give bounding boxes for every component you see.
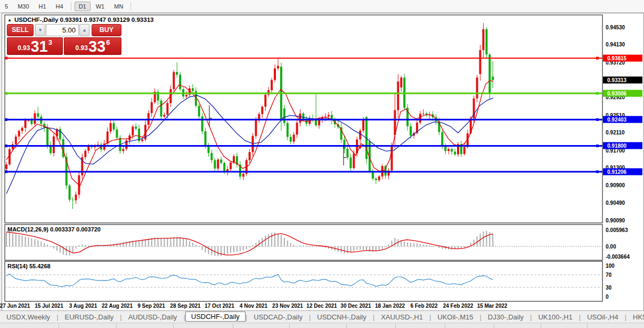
chart-tab-bar: USDX,Weekly|EURUSD-,Daily|AUDUSD-,Daily|… xyxy=(0,310,644,323)
price-badge-0.91800: 0.91800 xyxy=(603,142,642,149)
volume-input[interactable]: 5.00 xyxy=(46,24,79,36)
chart-tab-eurusd-daily[interactable]: EURUSD-,Daily xyxy=(59,313,120,322)
hline-handle[interactable] xyxy=(5,92,7,95)
date-label: 18 Jan 2022 xyxy=(375,303,405,309)
price-tick-0.90090: 0.90090 xyxy=(606,218,625,223)
rsi-tick-70: 70 xyxy=(606,272,612,278)
symbol-period-label: USDCHF-,Daily xyxy=(14,17,58,23)
statusbar-divider xyxy=(173,324,174,328)
hline-handle[interactable] xyxy=(5,118,7,121)
price-tick-0.90490: 0.90490 xyxy=(606,200,625,206)
date-label: 24 Feb 2022 xyxy=(443,303,474,309)
collapse-triangle-icon[interactable]: ▲ xyxy=(7,18,12,22)
price-badge-0.93313: 0.93313 xyxy=(603,76,642,83)
hline-handle[interactable] xyxy=(596,145,599,147)
statusbar-divider xyxy=(541,324,541,328)
buy-button[interactable]: BUY xyxy=(92,24,121,36)
chart-title: ▲USDCHF-,Daily 0.93391 0.93747 0.93129 0… xyxy=(7,17,153,23)
statusbar-divider xyxy=(346,324,347,328)
chart-tab-audusd-daily[interactable]: AUDUSD-,Daily xyxy=(122,313,184,322)
date-label: 22 Aug 2021 xyxy=(102,303,133,309)
date-label: 30 Dec 2021 xyxy=(340,303,371,309)
chart-tab-dj30-daily[interactable]: DJ30-,Daily xyxy=(482,313,530,322)
chart-tab-uk100-h1[interactable]: UK100-,H1 xyxy=(532,313,578,322)
date-label: 12 Dec 2021 xyxy=(306,303,337,309)
macd-tick-0.005963: 0.005963 xyxy=(606,227,628,233)
date-label: 17 Oct 2021 xyxy=(205,303,234,309)
statusbar-divider xyxy=(445,324,445,328)
chart-tab-xauusd-h1[interactable]: XAUUSD-,H1 xyxy=(374,313,429,322)
date-label: 15 Mar 2022 xyxy=(477,303,508,309)
spin-up-icon: ▲ xyxy=(83,28,87,33)
statusbar-divider xyxy=(59,324,59,328)
ohlc-values: 0.93391 0.93747 0.93129 0.93313 xyxy=(60,17,154,23)
one-click-trade-panel: SELL ▼ 5.00 ▲ BUY 0.93 31 3 0.93 33 6 xyxy=(7,24,121,55)
price-badge-0.91206: 0.91206 xyxy=(603,168,642,175)
rsi-tick-30: 30 xyxy=(606,284,612,290)
chart-tab-ukoil-m15[interactable]: UKOil-,M15 xyxy=(431,313,479,322)
statusbar-divider xyxy=(587,324,588,328)
hline-handle[interactable] xyxy=(596,118,599,121)
price-tick-0.94530: 0.94530 xyxy=(606,24,625,30)
buy-price-sup: 6 xyxy=(106,38,110,46)
price-badge-0.93006: 0.93006 xyxy=(603,90,642,97)
hline-handle[interactable] xyxy=(596,92,599,95)
chart-tab-hk50-daily[interactable]: HK50-,Daily xyxy=(626,313,644,322)
macd-tick-0.00: 0.00 xyxy=(606,244,616,250)
statusbar-divider xyxy=(395,324,396,328)
status-bar xyxy=(0,323,644,328)
rsi-tick-0: 0 xyxy=(606,294,609,300)
date-label: 28 Sep 2021 xyxy=(170,303,200,309)
rsi-label: RSI(14) 55.4268 xyxy=(7,263,51,269)
date-label: 23 Nov 2021 xyxy=(272,303,303,309)
hline-handle[interactable] xyxy=(5,57,7,60)
chart-tab-usdcnh-daily[interactable]: USDCNH-,Daily xyxy=(311,313,372,322)
date-label: 9 Sep 2021 xyxy=(137,303,165,309)
sell-price-box[interactable]: 0.93 31 3 xyxy=(7,37,63,55)
statusbar-divider xyxy=(116,324,117,328)
price-badge-0.93815: 0.93815 xyxy=(603,55,642,62)
date-label: 3 Aug 2021 xyxy=(69,303,97,309)
date-label: 27 Jun 2021 xyxy=(0,303,30,309)
price-tick-0.94130: 0.94130 xyxy=(606,42,625,47)
buy-price-prefix: 0.93 xyxy=(76,44,88,52)
hline-handle[interactable] xyxy=(596,170,599,173)
sell-price-prefix: 0.93 xyxy=(18,44,30,52)
buy-price-box[interactable]: 0.93 33 6 xyxy=(64,37,121,55)
volume-increase-button[interactable]: ▲ xyxy=(79,24,89,36)
statusbar-divider xyxy=(289,324,290,328)
mt4-window: 5M30H1H4D1W1MN ▲USDCHF-,Daily 0.93391 0.… xyxy=(0,0,644,328)
chart-tab-usdx-weekly[interactable]: USDX,Weekly xyxy=(0,313,56,322)
sell-button[interactable]: SELL xyxy=(7,24,34,36)
date-label: 6 Feb 2022 xyxy=(410,303,437,309)
price-tick-0.92110: 0.92110 xyxy=(606,130,625,135)
macd-label: MACD(12,26,9) 0.003337 0.003720 xyxy=(7,226,101,233)
price-tick-0.90900: 0.90900 xyxy=(606,182,625,188)
sell-price-sup: 3 xyxy=(48,38,52,46)
rsi-tick-100: 100 xyxy=(606,263,615,269)
price-badge-0.92403: 0.92403 xyxy=(603,116,642,123)
sell-price-big: 31 xyxy=(30,39,47,53)
volume-decrease-button[interactable]: ▼ xyxy=(35,24,45,36)
macd-tick--0.003664: -0.003664 xyxy=(606,254,630,260)
date-label: 4 Nov 2021 xyxy=(240,303,267,309)
chart-tab-usdcad-daily[interactable]: USDCAD-,Daily xyxy=(247,313,309,322)
hline-handle[interactable] xyxy=(596,57,599,60)
buy-price-big: 33 xyxy=(88,39,105,53)
hline-handle[interactable] xyxy=(5,170,7,173)
statusbar-divider xyxy=(233,324,233,328)
hline-handle[interactable] xyxy=(5,145,7,147)
statusbar-divider xyxy=(494,324,494,328)
chart-tab-usoil-h4[interactable]: USOil-,H4 xyxy=(581,313,625,322)
date-label: 15 Jul 2021 xyxy=(35,303,63,309)
spin-down-icon: ▼ xyxy=(38,28,43,33)
chart-tab-usdchf-daily[interactable]: USDCHF-,Daily xyxy=(185,311,246,322)
